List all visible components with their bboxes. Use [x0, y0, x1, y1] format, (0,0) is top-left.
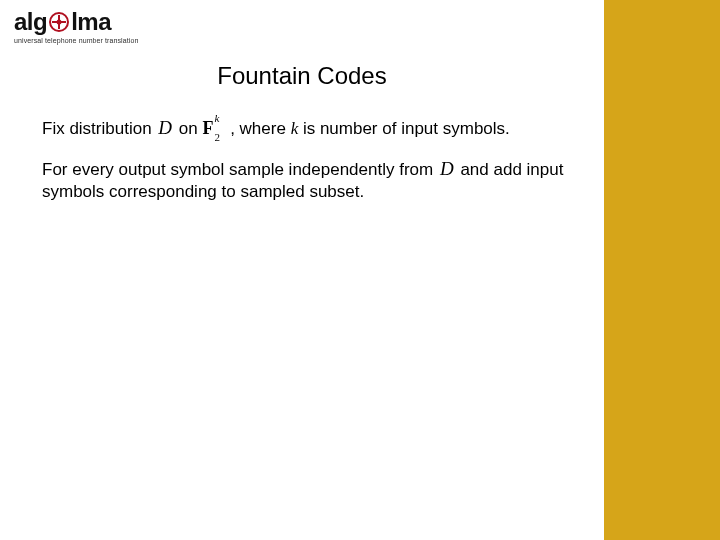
text: For every output symbol sample independe…	[42, 160, 438, 179]
symbol-F2k: Fk2	[202, 117, 215, 140]
text: Fix distribution	[42, 119, 156, 138]
symbol-F-sub-2: 2	[214, 130, 220, 144]
symbol-F-sup-k: k	[214, 111, 219, 125]
svg-point-3	[57, 20, 62, 25]
accent-band	[604, 0, 720, 540]
symbol-F: F	[202, 118, 213, 138]
logo-wordmark: alg lma	[14, 8, 138, 36]
symbol-D: D	[156, 117, 174, 138]
logo-text-right: lma	[71, 8, 111, 36]
slide-body: Fix distribution D on Fk2 , where k is n…	[42, 116, 582, 219]
symbol-D: D	[438, 158, 456, 179]
slide: alg lma universal telephone number trans…	[0, 0, 720, 540]
text: , where	[225, 119, 290, 138]
logo: alg lma universal telephone number trans…	[14, 8, 138, 44]
paragraph-2: For every output symbol sample independe…	[42, 157, 582, 204]
logo-text-left: alg	[14, 8, 47, 36]
slide-title: Fountain Codes	[0, 62, 604, 90]
paragraph-1: Fix distribution D on Fk2 , where k is n…	[42, 116, 582, 141]
text: is number of input symbols.	[298, 119, 510, 138]
logo-tagline: universal telephone number translation	[14, 37, 138, 44]
logo-target-icon	[48, 11, 70, 33]
text: on	[174, 119, 202, 138]
